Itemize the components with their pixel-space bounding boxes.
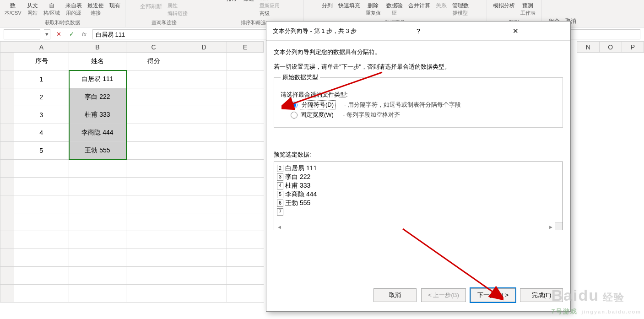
cell[interactable] <box>227 160 264 178</box>
cell[interactable] <box>69 195 126 213</box>
row-header[interactable] <box>0 106 14 124</box>
row-header[interactable] <box>0 285 14 303</box>
accept-edit-icon[interactable]: ✓ <box>67 31 76 38</box>
cell[interactable] <box>14 160 69 178</box>
cell[interactable]: 得分 <box>126 53 181 70</box>
cell[interactable] <box>14 178 69 195</box>
cell[interactable] <box>126 70 181 88</box>
cell[interactable] <box>126 231 181 249</box>
cell[interactable] <box>126 124 181 142</box>
row-header[interactable] <box>0 249 14 267</box>
cell[interactable] <box>126 178 181 195</box>
cell[interactable] <box>69 178 126 195</box>
col-header[interactable]: C <box>126 42 181 53</box>
cell[interactable] <box>227 231 264 249</box>
row-header[interactable] <box>0 195 14 213</box>
fx-icon[interactable]: fx <box>80 31 89 38</box>
ribbon-item-validation[interactable]: 数据验证 <box>384 1 405 17</box>
cell[interactable] <box>227 267 264 285</box>
cell[interactable] <box>126 195 181 213</box>
cell-selected[interactable]: 王勃 555 <box>69 142 126 160</box>
ribbon-item-relations[interactable]: 关系 <box>434 1 449 17</box>
col-header[interactable]: P <box>622 42 644 53</box>
ribbon-item-whatif[interactable]: 模拟分析 <box>491 1 517 17</box>
ribbon-item-recent[interactable]: 最近使连接 <box>86 1 106 17</box>
cell[interactable] <box>227 178 264 195</box>
cell[interactable] <box>69 285 126 303</box>
cell-selected[interactable]: 李白 222 <box>69 88 126 106</box>
cell[interactable] <box>126 160 181 178</box>
ribbon-item-removedup[interactable]: 删除重复值 <box>364 1 383 17</box>
scroll-left-icon[interactable]: ◄ <box>277 224 282 230</box>
cell[interactable] <box>126 106 181 124</box>
scroll-right-icon[interactable]: ► <box>548 224 553 230</box>
cell-selected[interactable]: 杜甫 333 <box>69 106 126 124</box>
cell[interactable] <box>14 231 69 249</box>
next-button[interactable]: 下一步(N) > <box>471 288 515 302</box>
row-header[interactable] <box>0 178 14 195</box>
cell[interactable] <box>126 249 181 267</box>
row-header[interactable] <box>0 267 14 285</box>
ribbon-item-existing[interactable]: 现有 <box>108 1 122 17</box>
back-button[interactable]: < 上一步(B) <box>421 288 466 302</box>
cell[interactable] <box>227 88 264 106</box>
cell[interactable] <box>14 249 69 267</box>
cell[interactable] <box>181 178 227 195</box>
ribbon-item-consolidate[interactable]: 合并计算 <box>406 1 432 17</box>
ribbon-item-fromtext[interactable]: 从文网站 <box>25 1 40 17</box>
ribbon-item-refreshall[interactable]: 全部刷新 <box>138 2 164 17</box>
cell[interactable] <box>14 285 69 303</box>
cell[interactable] <box>227 106 264 124</box>
row-header[interactable] <box>0 88 14 106</box>
cell[interactable] <box>227 53 264 70</box>
col-header[interactable]: A <box>14 42 69 53</box>
cell[interactable] <box>181 249 227 267</box>
ribbon-item-filter[interactable]: 筛选 <box>241 0 256 17</box>
cell[interactable]: 3 <box>14 106 69 124</box>
ribbon-item-reapply[interactable]: 重新应用 <box>258 2 281 10</box>
col-header[interactable]: B <box>69 42 126 53</box>
row-header[interactable] <box>0 142 14 160</box>
cell[interactable] <box>181 285 227 303</box>
name-box[interactable] <box>4 29 40 39</box>
cell[interactable] <box>227 285 264 303</box>
cell[interactable] <box>181 106 227 124</box>
cancel-edit-icon[interactable]: ✕ <box>54 31 63 38</box>
cell[interactable] <box>14 213 69 231</box>
name-box-dropdown-icon[interactable]: ▾ <box>44 29 50 39</box>
cell[interactable] <box>14 267 69 285</box>
cell[interactable] <box>69 249 126 267</box>
cell[interactable] <box>181 267 227 285</box>
cell[interactable] <box>69 213 126 231</box>
col-header[interactable]: D <box>181 42 227 53</box>
row-header[interactable] <box>0 70 14 88</box>
radio-delimited[interactable]: 分隔符号(D) <box>291 101 335 109</box>
cell[interactable] <box>126 285 181 303</box>
col-header[interactable]: N <box>577 42 600 53</box>
cell[interactable] <box>181 213 227 231</box>
cell[interactable] <box>227 70 264 88</box>
cell-selected[interactable]: 李商隐 444 <box>69 124 126 142</box>
col-header[interactable]: E <box>227 42 264 53</box>
cell[interactable] <box>126 88 181 106</box>
ribbon-item-texttocolumns[interactable]: 分列 <box>320 1 335 17</box>
cell[interactable] <box>227 213 264 231</box>
cell[interactable]: 1 <box>14 70 69 88</box>
cell[interactable] <box>181 160 227 178</box>
row-header[interactable] <box>0 231 14 249</box>
select-all-corner[interactable] <box>0 42 14 53</box>
cell[interactable] <box>227 142 264 160</box>
cell[interactable] <box>181 70 227 88</box>
cell[interactable]: 姓名 <box>69 53 126 70</box>
cell[interactable] <box>227 124 264 142</box>
cell[interactable] <box>69 267 126 285</box>
cell[interactable]: 5 <box>14 142 69 160</box>
radio-fixed-input[interactable] <box>291 112 298 119</box>
cell[interactable]: 4 <box>14 124 69 142</box>
cell-selected[interactable]: 白居易 111 <box>69 70 126 88</box>
cell[interactable] <box>181 53 227 70</box>
cell[interactable] <box>126 267 181 285</box>
radio-delimited-input[interactable] <box>291 102 298 108</box>
ribbon-item-data[interactable]: 数本/CSV <box>3 1 23 17</box>
ribbon-item-flashfill[interactable]: 快速填充 <box>336 1 362 17</box>
